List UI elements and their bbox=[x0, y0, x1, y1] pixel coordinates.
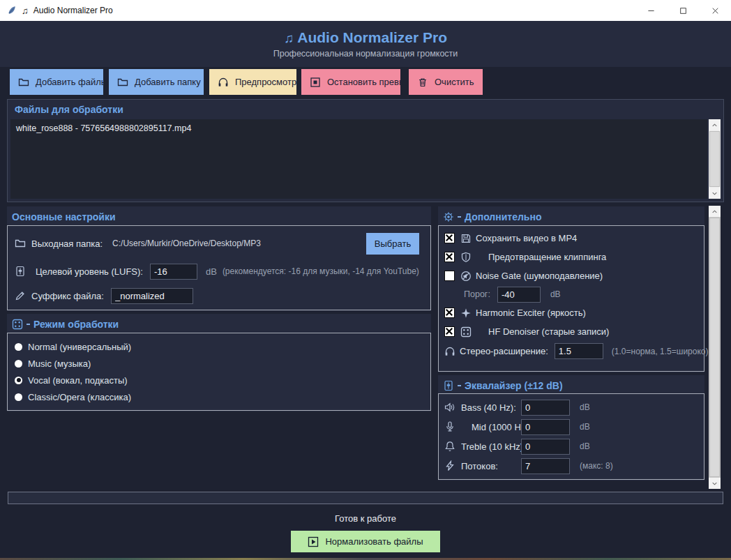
option-label: Harmonic Exciter (яркость) bbox=[476, 308, 586, 318]
app-header: ♫ Audio Normalizer Pro Профессиональная … bbox=[0, 21, 731, 67]
bass-row: Bass (40 Hz): dB bbox=[444, 398, 698, 417]
threshold-input[interactable] bbox=[497, 287, 541, 303]
mode-option-normal[interactable]: Normal (универсальный) bbox=[15, 338, 423, 355]
speaker-icon bbox=[444, 402, 461, 413]
threads-hint: (макс: 8) bbox=[580, 461, 613, 471]
bass-label: Bass (40 Hz): bbox=[461, 402, 521, 413]
file-list-item[interactable]: white_rose888 - 7576564988802895117.mp4 bbox=[10, 119, 707, 137]
play-icon bbox=[308, 536, 319, 547]
close-icon bbox=[711, 7, 719, 15]
radio-button[interactable] bbox=[15, 360, 22, 368]
bell-icon bbox=[444, 441, 461, 452]
clipping-prevention-option[interactable]: Предотвращение клиппинга bbox=[444, 248, 698, 266]
app-window: ♫ Audio Normalizer Pro ♫ Audio Normalize… bbox=[0, 0, 731, 558]
fader-icon bbox=[15, 266, 26, 277]
stereo-widening-input[interactable] bbox=[555, 343, 603, 359]
stop-preview-label: Остановить превью bbox=[327, 77, 400, 87]
checkbox[interactable] bbox=[444, 308, 455, 318]
add-folder-button[interactable]: Добавить папку bbox=[109, 69, 204, 95]
files-list[interactable]: white_rose888 - 7576564988802895117.mp4 bbox=[10, 119, 707, 199]
scrollbar-thumb[interactable] bbox=[709, 218, 720, 477]
shield-icon bbox=[460, 252, 476, 263]
floppy-icon bbox=[460, 233, 476, 244]
main-settings-section: Основные настройки Выходная папка: C:/Us… bbox=[7, 206, 431, 311]
threads-input[interactable] bbox=[521, 458, 570, 474]
stereo-widening-hint: (1.0=норма, 1.5=широко) bbox=[612, 347, 709, 356]
radio-button[interactable] bbox=[15, 343, 22, 351]
mute-icon bbox=[460, 271, 476, 282]
mid-label: Mid (1000 Hz): bbox=[472, 422, 521, 432]
save-mp4-option[interactable]: Сохранить видео в MP4 bbox=[444, 229, 698, 248]
normalize-button[interactable]: Нормализовать файлы bbox=[291, 531, 440, 552]
target-level-input[interactable] bbox=[150, 264, 197, 280]
suffix-input[interactable] bbox=[111, 288, 193, 304]
stop-preview-button[interactable]: Остановить превью bbox=[301, 69, 400, 95]
maximize-button[interactable] bbox=[667, 0, 699, 21]
mode-option-label: Vocal (вокал, подкасты) bbox=[28, 375, 128, 386]
mode-option-classic[interactable]: Classic/Opera (классика) bbox=[15, 388, 423, 405]
titlebar: ♫ Audio Normalizer Pro bbox=[0, 0, 731, 21]
radio-button[interactable] bbox=[15, 393, 22, 401]
main-settings-title-text: Основные настройки bbox=[12, 211, 116, 222]
scroll-down-button[interactable] bbox=[709, 188, 721, 199]
preview-label: Предпросмотр bbox=[235, 77, 296, 87]
equalizer-section-title: Эквалайзер (±12 dB) bbox=[443, 380, 563, 391]
normalize-label: Нормализовать файлы bbox=[325, 536, 423, 547]
option-label: HF Denoiser (старые записи) bbox=[488, 326, 609, 337]
advanced-section-title-text: Дополнительно bbox=[465, 211, 541, 222]
minimize-button[interactable] bbox=[635, 0, 667, 21]
chevron-up-icon bbox=[711, 209, 718, 215]
harmonic-exciter-option[interactable]: Harmonic Exciter (яркость) bbox=[444, 303, 698, 322]
equalizer-section-title-text: Эквалайзер (±12 dB) bbox=[465, 380, 563, 391]
checkbox[interactable] bbox=[444, 271, 455, 281]
treble-input[interactable] bbox=[521, 439, 570, 455]
chevron-down-icon bbox=[711, 480, 718, 487]
noise-gate-option[interactable]: Noise Gate (шумоподавление) bbox=[444, 266, 698, 285]
clear-button[interactable]: Очистить bbox=[409, 69, 483, 95]
page-title: ♫ Audio Normalizer Pro bbox=[0, 29, 731, 46]
mid-input[interactable] bbox=[521, 419, 570, 435]
mode-option-label: Normal (универсальный) bbox=[28, 342, 131, 352]
fader-icon bbox=[443, 380, 454, 391]
maximize-icon bbox=[679, 7, 687, 15]
mode-section-title-text: Режим обработки bbox=[33, 319, 119, 330]
mode-box: Normal (универсальный) Music (музыка) Vo… bbox=[7, 333, 431, 411]
mode-option-label: Classic/Opera (классика) bbox=[28, 392, 131, 402]
stereo-widening-row: Стерео-расширение: (1.0=норма, 1.5=широк… bbox=[444, 341, 698, 361]
add-files-button[interactable]: Добавить файлы bbox=[10, 69, 103, 95]
hf-denoiser-option[interactable]: HF Denoiser (старые записи) bbox=[444, 322, 698, 341]
music-note-icon: ♫ bbox=[284, 31, 294, 45]
checkbox[interactable] bbox=[444, 233, 455, 243]
gear-icon bbox=[443, 211, 454, 222]
stop-icon bbox=[310, 77, 321, 88]
option-label: Noise Gate (шумоподавление) bbox=[476, 271, 603, 281]
target-level-unit: dB bbox=[206, 266, 217, 277]
bass-input[interactable] bbox=[521, 400, 570, 416]
sparkle-icon bbox=[460, 308, 476, 319]
mode-option-vocal[interactable]: Vocal (вокал, подкасты) bbox=[15, 372, 423, 388]
checkbox[interactable] bbox=[444, 252, 455, 262]
mode-option-music[interactable]: Music (музыка) bbox=[15, 355, 423, 372]
choose-folder-button[interactable]: Выбрать bbox=[366, 233, 419, 255]
scroll-up-button[interactable] bbox=[709, 119, 721, 130]
scrollbar-thumb[interactable] bbox=[709, 131, 720, 187]
scroll-up-button[interactable] bbox=[709, 206, 721, 217]
pencil-icon bbox=[15, 290, 26, 301]
page-subtitle: Профессиональная нормализация громкости bbox=[0, 49, 731, 59]
feather-app-icon bbox=[7, 6, 17, 15]
folder-icon bbox=[117, 77, 128, 88]
settings-scrollbar[interactable] bbox=[709, 206, 721, 489]
clear-label: Очистить bbox=[435, 77, 474, 87]
scroll-down-button[interactable] bbox=[709, 478, 721, 489]
files-scrollbar[interactable] bbox=[709, 119, 721, 199]
files-panel: Файлы для обработки white_rose888 - 7576… bbox=[7, 99, 724, 202]
close-button[interactable] bbox=[699, 0, 731, 21]
checkbox[interactable] bbox=[444, 326, 455, 337]
radio-button[interactable] bbox=[15, 377, 22, 384]
lightning-icon bbox=[444, 460, 461, 471]
mode-section-title: Режим обработки bbox=[12, 319, 119, 330]
main-settings-box: Выходная папка: C:/Users/Murkir/OneDrive… bbox=[7, 225, 431, 310]
mid-unit: dB bbox=[580, 422, 590, 432]
preview-button[interactable]: Предпросмотр bbox=[209, 69, 296, 95]
option-label: Сохранить видео в MP4 bbox=[476, 233, 577, 243]
